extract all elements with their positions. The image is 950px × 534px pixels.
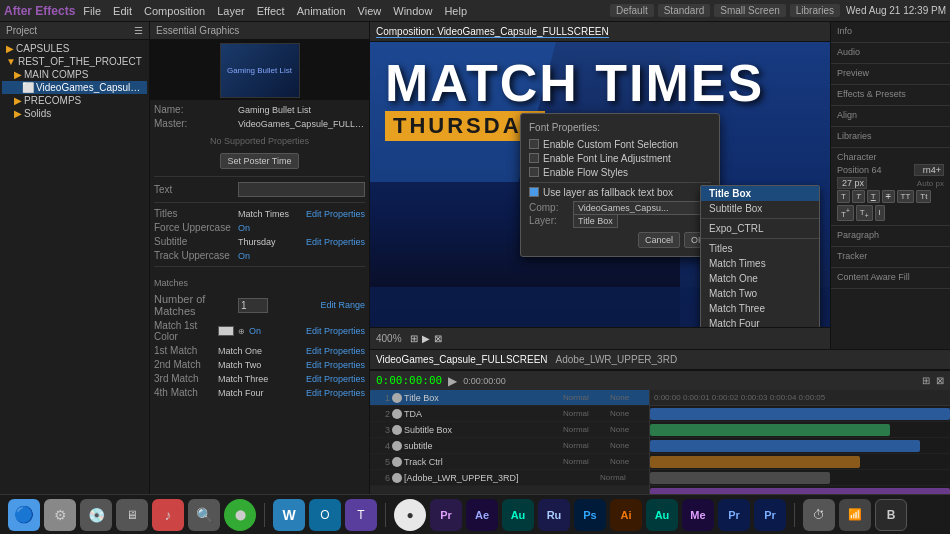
tl-layer-5[interactable]: 5 Track Ctrl Normal None xyxy=(370,454,649,470)
workspace-small[interactable]: Small Screen xyxy=(714,4,785,17)
app-premiere-3[interactable]: Pr xyxy=(754,499,786,531)
layer-field-value[interactable]: Title Box xyxy=(573,214,618,228)
app-word[interactable]: W xyxy=(273,499,305,531)
comp-zoom-level[interactable]: 400% xyxy=(376,333,402,344)
app-btt[interactable]: B xyxy=(875,499,907,531)
workspace-default[interactable]: Default xyxy=(610,4,654,17)
tl-layer-6[interactable]: 6 [Adobe_LWR_UPPER_3RD] Normal xyxy=(370,470,649,486)
right-bold-btn[interactable]: T xyxy=(837,190,850,203)
tl-layer-1[interactable]: 1 Title Box Normal None xyxy=(370,390,649,406)
right-sub-btn[interactable]: T+ xyxy=(856,205,873,221)
enable-flow-checkbox[interactable] xyxy=(529,167,539,177)
app-chrome[interactable]: ● xyxy=(394,499,426,531)
tree-videogames-capsule[interactable]: ⬜VideoGames_Capsule: [AS Loop ] xyxy=(2,81,147,94)
eg-set-poster-btn[interactable]: Set Poster Time xyxy=(220,153,298,169)
enable-flow-row[interactable]: Enable Flow Styles xyxy=(529,167,711,178)
transport-icon1[interactable]: ⊞ xyxy=(922,375,930,386)
eg-force-upper-value[interactable]: On xyxy=(238,223,250,233)
layer-item-matchthree[interactable]: Match Three xyxy=(701,301,819,316)
menu-layer[interactable]: Layer xyxy=(217,5,245,17)
app-teams[interactable]: T xyxy=(345,499,377,531)
eg-track-upper-value[interactable]: On xyxy=(238,251,250,261)
app-premiere-1[interactable]: Pr xyxy=(430,499,462,531)
eg-2nd-match-link[interactable]: Edit Properties xyxy=(306,360,365,370)
menu-composition[interactable]: Composition xyxy=(144,5,205,17)
app-audition-2[interactable]: Au xyxy=(646,499,678,531)
tree-solids[interactable]: ▶Solids xyxy=(2,107,147,120)
app-ext[interactable]: ⬤ xyxy=(224,499,256,531)
app-ps[interactable]: Ps xyxy=(574,499,606,531)
enable-custom-font-checkbox[interactable] xyxy=(529,139,539,149)
eg-subtitle-link[interactable]: Edit Properties xyxy=(306,237,365,247)
workspace-libraries[interactable]: Libraries xyxy=(790,4,840,17)
app-media-encoder[interactable]: Me xyxy=(682,499,714,531)
menu-file[interactable]: File xyxy=(83,5,101,17)
enable-font-line-checkbox[interactable] xyxy=(529,153,539,163)
timeline-tab-main[interactable]: VideoGames_Capsule_FULLSCREEN xyxy=(376,354,548,365)
eg-1st-match-link[interactable]: Edit Properties xyxy=(306,346,365,356)
tl-layer-2[interactable]: 2 TDA Normal None xyxy=(370,406,649,422)
comp-ctrl-btn3[interactable]: ⊠ xyxy=(434,333,442,344)
app-search[interactable]: 🔍 xyxy=(188,499,220,531)
layer-item-titles[interactable]: Titles xyxy=(701,241,819,256)
right-italic-btn[interactable]: T xyxy=(852,190,865,203)
menu-animation[interactable]: Animation xyxy=(297,5,346,17)
eg-text-input[interactable] xyxy=(238,182,365,197)
app-system-prefs[interactable]: ⚙ xyxy=(44,499,76,531)
timeline-tab-upper[interactable]: Adobe_LWR_UPPER_3RD xyxy=(556,354,678,365)
comp-ctrl-btn2[interactable]: ▶ xyxy=(422,333,430,344)
layer-item-titlebox[interactable]: Title Box xyxy=(701,186,819,201)
tl-layer-3-vis[interactable] xyxy=(392,425,402,435)
right-font-value[interactable]: rn4+ xyxy=(914,164,944,176)
right-super-btn[interactable]: T+ xyxy=(837,205,854,221)
app-audition-1[interactable]: Au xyxy=(502,499,534,531)
app-ai[interactable]: Ai xyxy=(610,499,642,531)
tl-layer-6-vis[interactable] xyxy=(392,473,402,483)
app-rush[interactable]: Ru xyxy=(538,499,570,531)
eg-match-link[interactable]: Edit Properties xyxy=(306,326,365,336)
eg-edit-range-link[interactable]: Edit Range xyxy=(320,300,365,310)
menu-view[interactable]: View xyxy=(358,5,382,17)
app-ae[interactable]: Ae xyxy=(466,499,498,531)
menu-effect[interactable]: Effect xyxy=(257,5,285,17)
transport-icon2[interactable]: ⊠ xyxy=(936,375,944,386)
app-disk[interactable]: 💿 xyxy=(80,499,112,531)
eg-titles-link[interactable]: Edit Properties xyxy=(306,209,365,219)
eg-3rd-match-link[interactable]: Edit Properties xyxy=(306,374,365,384)
dialog-cancel-btn[interactable]: Cancel xyxy=(638,232,680,248)
tree-capsules[interactable]: ▶CAPSULES xyxy=(2,42,147,55)
right-caps-btn[interactable]: TT xyxy=(897,190,915,203)
eg-color-box[interactable] xyxy=(218,326,234,336)
layer-item-matchfour[interactable]: Match Four xyxy=(701,316,819,328)
tl-layer-5-vis[interactable] xyxy=(392,457,402,467)
tl-layer-1-vis[interactable] xyxy=(392,393,402,403)
layer-item-matchtimes[interactable]: Match Times xyxy=(701,256,819,271)
tl-layer-2-vis[interactable] xyxy=(392,409,402,419)
layer-item-matchtwo[interactable]: Match Two xyxy=(701,286,819,301)
right-underline-btn[interactable]: T xyxy=(867,190,880,203)
menu-window[interactable]: Window xyxy=(393,5,432,17)
tree-main-comps[interactable]: ▶MAIN COMPS xyxy=(2,68,147,81)
app-outlook[interactable]: O xyxy=(309,499,341,531)
app-network[interactable]: 📶 xyxy=(839,499,871,531)
tree-rest-folder[interactable]: ▼REST_OF_THE_PROJECT xyxy=(2,55,147,68)
eg-eyedrop-icon[interactable]: ⊕ xyxy=(238,327,245,336)
layer-item-subtitlebox[interactable]: Subtitle Box xyxy=(701,201,819,216)
layer-item-matchone[interactable]: Match One xyxy=(701,271,819,286)
enable-font-line-row[interactable]: Enable Font Line Adjustment xyxy=(529,153,711,164)
right-smallcaps-btn[interactable]: Tt xyxy=(916,190,931,203)
transport-play-btn[interactable]: ▶ xyxy=(448,374,457,388)
app-music[interactable]: ♪ xyxy=(152,499,184,531)
eg-num-matches-input[interactable] xyxy=(238,298,268,313)
workspace-standard[interactable]: Standard xyxy=(658,4,711,17)
app-finder[interactable]: 🔵 xyxy=(8,499,40,531)
app-time-machine[interactable]: ⏱ xyxy=(803,499,835,531)
use-layer-row[interactable]: Use layer as fallback text box xyxy=(529,187,711,198)
menu-edit[interactable]: Edit xyxy=(113,5,132,17)
app-premiere-2[interactable]: Pr xyxy=(718,499,750,531)
comp-tab-main[interactable]: Composition: VideoGames_Capsule_FULLSCRE… xyxy=(376,26,609,38)
use-layer-checkbox[interactable] xyxy=(529,187,539,197)
layer-item-expoctrl[interactable]: Expo_CTRL xyxy=(701,221,819,236)
enable-custom-font-row[interactable]: Enable Custom Font Selection xyxy=(529,139,711,150)
comp-ctrl-btn1[interactable]: ⊞ xyxy=(410,333,418,344)
